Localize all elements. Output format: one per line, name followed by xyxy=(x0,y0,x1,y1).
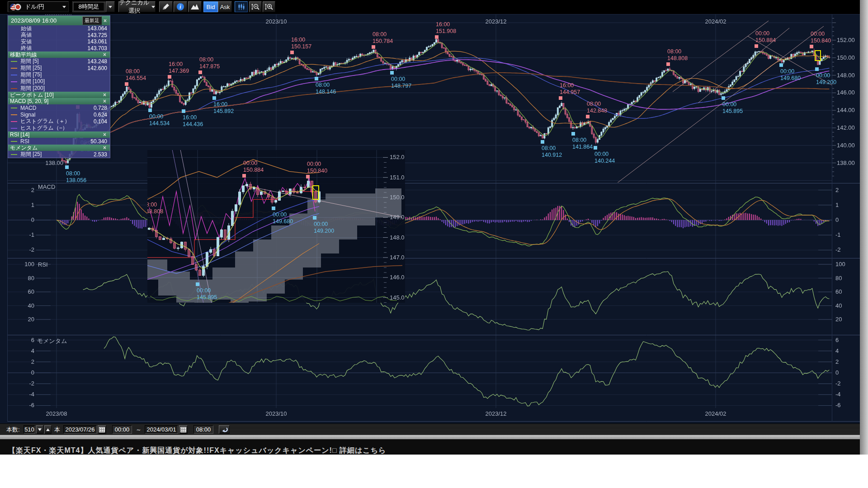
indicator-row: 期間 [25]2.533 xyxy=(8,151,110,158)
indicator-row: 期間 [100] xyxy=(8,78,110,85)
indicator-row: 期間 [75] xyxy=(8,71,110,78)
ask-button[interactable]: Ask xyxy=(218,1,232,12)
date-to-calendar-button[interactable] xyxy=(179,425,188,434)
bar-unit-label: 本 xyxy=(54,425,60,434)
return-arrow-icon xyxy=(221,427,228,433)
color-swatch xyxy=(11,114,17,115)
calendar-icon xyxy=(99,427,105,432)
draw-pencil-button[interactable] xyxy=(159,1,173,12)
bar-count-label: 本数: xyxy=(6,425,20,434)
indicator-value: 143.064 xyxy=(88,25,107,32)
indicator-value: 2.533 xyxy=(94,151,107,158)
indicator-value: 0.624 xyxy=(94,112,107,118)
section-header-momentum: モメンタム× xyxy=(8,145,110,151)
indicator-row: ヒストグラム（＋）0.104 xyxy=(8,118,110,125)
range-bar: 本数: 本 ～ xyxy=(0,423,860,435)
info-icon: i xyxy=(177,3,184,10)
currency-pair-label: ドル/円 xyxy=(21,3,62,11)
zoom-in-icon xyxy=(264,3,274,10)
indicator-label: MACD xyxy=(20,105,94,111)
date-to-input[interactable] xyxy=(145,425,178,434)
indicator-label: 終値 xyxy=(21,44,88,52)
indicator-row: 終値143.703 xyxy=(8,45,110,52)
indicator-row: RSI50.340 xyxy=(8,138,110,145)
technical-select-button[interactable]: テクニカル選択 xyxy=(118,1,156,12)
indicator-label: Signal xyxy=(20,112,94,118)
close-icon[interactable]: × xyxy=(102,18,108,24)
candlestick-chart-button[interactable] xyxy=(235,1,248,12)
bid-button[interactable]: Bid xyxy=(203,1,218,12)
indicator-row: 期間 [25]142.600 xyxy=(8,65,110,71)
indicator-row: 期間 [5]143.248 xyxy=(8,58,110,65)
technical-select-label: テクニカル選択 xyxy=(119,0,150,15)
reset-range-button[interactable] xyxy=(219,425,230,434)
date-from-calendar-button[interactable] xyxy=(98,425,106,434)
triangle-up-icon xyxy=(46,427,50,431)
time-from-input[interactable] xyxy=(112,425,132,434)
color-swatch xyxy=(11,128,17,129)
color-swatch xyxy=(11,108,17,108)
section-header-macd: MACD [5, 20, 9]× xyxy=(8,98,110,104)
indicator-label: ヒストグラム（−） xyxy=(20,124,107,132)
indicator-value: 142.600 xyxy=(88,65,107,71)
time-to-input[interactable] xyxy=(193,425,213,434)
count-step-down-button[interactable] xyxy=(36,425,43,434)
currency-pair-select[interactable]: ドル/円 xyxy=(8,1,69,12)
selected-bar-datetime: 2023/08/09 16:00 xyxy=(9,17,82,24)
price-chart-canvas[interactable] xyxy=(0,0,868,488)
indicator-label: RSI xyxy=(20,138,90,145)
page-margin xyxy=(0,455,868,488)
chevron-down-icon xyxy=(151,6,155,10)
close-icon[interactable]: × xyxy=(101,98,108,104)
indicator-row: ヒストグラム（−） xyxy=(8,125,110,131)
count-step-up-button[interactable] xyxy=(44,425,52,434)
color-swatch xyxy=(11,88,17,89)
color-swatch xyxy=(11,61,17,62)
pencil-icon xyxy=(162,3,170,10)
latest-bar-button[interactable]: 最新足 xyxy=(82,16,102,25)
indicator-label: 期間 [25] xyxy=(20,150,94,158)
indicator-value: 0.728 xyxy=(94,105,107,111)
japan-flag-icon xyxy=(14,4,21,10)
zoom-in-button[interactable] xyxy=(263,1,275,12)
mountain-icon xyxy=(190,4,199,10)
indicator-value: 143.061 xyxy=(88,38,107,45)
area-chart-button[interactable] xyxy=(188,1,202,12)
triangle-down-icon xyxy=(38,428,42,433)
color-swatch xyxy=(11,141,17,142)
color-swatch xyxy=(11,154,17,155)
zoom-out-icon xyxy=(251,3,260,10)
news-ticker[interactable]: 【楽天FX・楽天MT4】人気通貨ペア・新興国通貨が対象!!FXキャッシュバックキ… xyxy=(0,439,860,455)
timeframe-label: 8時間足 xyxy=(78,3,99,11)
ticker-text: 【楽天FX・楽天MT4】人気通貨ペア・新興国通貨が対象!!FXキャッシュバックキ… xyxy=(8,446,386,455)
close-icon[interactable]: × xyxy=(101,52,108,58)
indicator-value: 143.703 xyxy=(88,45,107,52)
bar-count-input[interactable] xyxy=(24,425,35,434)
indicator-value: 50.340 xyxy=(90,138,107,145)
indicator-value: 0.104 xyxy=(94,118,107,125)
indicator-info-panel[interactable]: 2023/08/09 16:00最新足×始値143.064高値143.725安値… xyxy=(8,15,110,158)
indicator-row: 期間 [200] xyxy=(8,85,110,92)
indicator-value: 143.725 xyxy=(88,32,107,38)
color-swatch xyxy=(11,121,17,122)
close-icon[interactable]: × xyxy=(101,131,108,138)
indicator-row: Signal0.624 xyxy=(8,111,110,118)
window-edge xyxy=(860,0,868,455)
color-swatch xyxy=(11,68,17,69)
close-icon[interactable]: × xyxy=(101,145,108,151)
timeframe-dropdown-button[interactable] xyxy=(106,1,115,12)
timeframe-display[interactable]: 8時間足 xyxy=(72,1,105,12)
chevron-down-icon xyxy=(108,6,112,10)
indicator-row: MACD0.728 xyxy=(8,104,110,111)
chevron-down-icon xyxy=(62,6,66,10)
section-header-ma: 移動平均線× xyxy=(8,52,110,58)
info-button[interactable]: i xyxy=(174,1,187,12)
zoom-out-button[interactable] xyxy=(249,1,262,12)
section-header-peakbottom: ピークボトム [10]× xyxy=(8,92,110,98)
indicator-label: 期間 [200] xyxy=(20,84,107,92)
candlestick-icon xyxy=(237,3,245,10)
close-icon[interactable]: × xyxy=(101,92,108,98)
date-from-input[interactable] xyxy=(63,425,97,434)
indicator-value: 143.248 xyxy=(88,58,107,65)
color-swatch xyxy=(11,75,17,75)
